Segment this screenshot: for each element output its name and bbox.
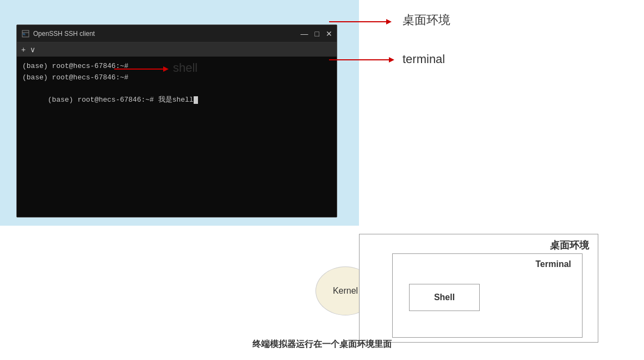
shell-diagram-label: Shell xyxy=(434,293,455,302)
terminal-titlebar: % OpenSSH SSH client — □ ✕ xyxy=(17,25,337,42)
terminal-diagram-box: Terminal Shell xyxy=(392,253,583,338)
terminal-line-3: (base) root@hecs-67846:~# 我是shell xyxy=(22,84,331,117)
maximize-button[interactable]: □ xyxy=(315,30,319,38)
terminal-cursor xyxy=(194,96,198,104)
terminal-window-controls: — □ ✕ xyxy=(301,30,332,38)
toolbar-chevron[interactable]: ∨ xyxy=(30,45,35,54)
terminal-icon: % xyxy=(21,29,30,38)
kernel-label: Kernel xyxy=(333,286,358,296)
svg-marker-4 xyxy=(386,19,392,24)
terminal-toolbar: + ∨ xyxy=(17,42,337,57)
terminal-title: OpenSSH SSH client xyxy=(33,30,301,38)
bottom-section: Kernel 桌面环境 Terminal Shell 终端模拟器运行在一个桌面环… xyxy=(0,226,644,360)
terminal-line-3-text: (base) root@hecs-67846:~# 我是shell xyxy=(48,96,194,104)
svg-text:%: % xyxy=(23,33,26,36)
svg-marker-6 xyxy=(389,57,394,63)
diagram: Kernel 桌面环境 Terminal Shell xyxy=(315,234,615,348)
shell-diagram-box: Shell xyxy=(409,284,480,311)
terminal-diagram-label: Terminal xyxy=(536,259,572,269)
terminal-annotation: terminal xyxy=(403,52,445,66)
desktop-env-diagram-label: 桌面环境 xyxy=(550,239,589,252)
shell-annotation: shell xyxy=(173,61,197,75)
desktop-env-annotation: 桌面环境 xyxy=(403,12,450,28)
close-button[interactable]: ✕ xyxy=(326,30,332,38)
bottom-caption: 终端模拟器运行在一个桌面环境里面 xyxy=(252,339,392,350)
terminal-window: % OpenSSH SSH client — □ ✕ + ∨ (base) ro… xyxy=(16,24,337,218)
minimize-button[interactable]: — xyxy=(301,30,308,38)
terminal-body: (base) root@hecs-67846:~# (base) root@he… xyxy=(17,57,337,217)
toolbar-plus[interactable]: + xyxy=(21,45,26,54)
desktop-environment-box: 桌面环境 Terminal Shell xyxy=(359,234,598,343)
